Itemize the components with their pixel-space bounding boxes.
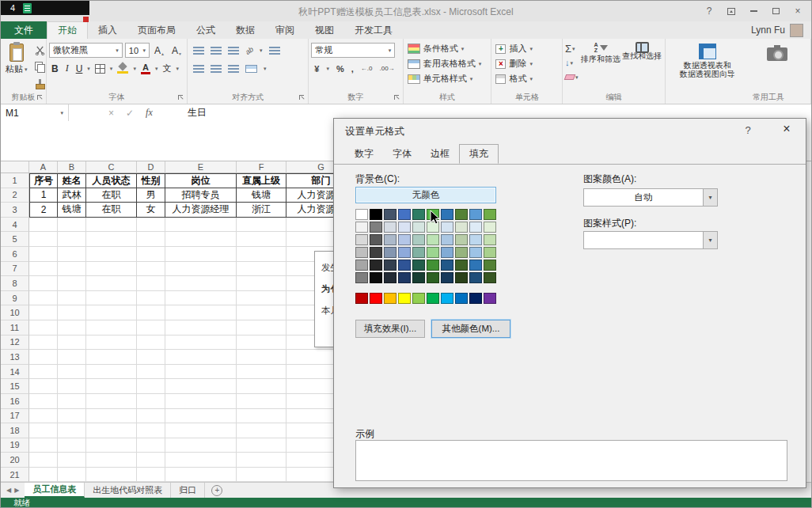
row-header-7[interactable]: 7 [1,262,29,277]
cell-B15[interactable] [58,379,86,394]
ribbon-tab-data[interactable]: 数据 [226,21,265,39]
color-swatch[interactable] [441,260,453,271]
increase-font-icon[interactable]: A [152,45,167,56]
standard-color-swatch[interactable] [455,293,468,304]
color-swatch[interactable] [455,260,468,271]
color-swatch[interactable] [469,272,482,283]
color-swatch[interactable] [469,234,482,245]
color-swatch[interactable] [469,209,482,220]
cell-E17[interactable] [165,409,237,424]
pattern-color-dropdown[interactable]: 自动 ▾ [583,188,718,207]
borders-button[interactable] [93,64,108,74]
cell-B9[interactable] [58,291,86,306]
cell-A18[interactable] [29,423,58,438]
color-swatch[interactable] [484,234,496,245]
cell-D13[interactable] [137,350,165,365]
cell-F5[interactable] [237,232,286,247]
cell-D19[interactable] [137,438,165,453]
column-header-B[interactable]: B [58,161,86,173]
camera-button[interactable] [749,43,805,62]
underline-button[interactable]: U [74,63,85,74]
cell-E16[interactable] [165,394,237,409]
color-swatch[interactable] [384,260,397,271]
cell-D21[interactable] [137,468,165,483]
cell-A5[interactable] [29,232,58,247]
cell-B21[interactable] [58,468,86,483]
color-swatch[interactable] [469,260,482,271]
cell-B13[interactable] [58,350,86,365]
row-header-9[interactable]: 9 [1,291,29,306]
cell-E5[interactable] [165,232,237,247]
color-swatch[interactable] [412,260,425,271]
ribbon-tab-view[interactable]: 视图 [305,21,344,39]
cell-A11[interactable] [29,320,58,336]
column-header-F[interactable]: F [237,161,286,173]
color-swatch[interactable] [398,272,411,283]
color-swatch[interactable] [441,234,453,245]
help-icon[interactable]: ? [699,4,719,18]
restore-icon[interactable] [765,4,786,18]
decrease-decimal-icon[interactable]: .00→ [380,65,395,72]
ribbon-tab-developer[interactable]: 开发工具 [344,21,403,39]
cell-E15[interactable] [165,379,237,394]
standard-color-swatch[interactable] [412,293,425,304]
cell-B3[interactable]: 钱塘 [58,203,86,218]
format-as-table-button[interactable]: 套用表格格式▾ [406,56,489,71]
color-swatch[interactable] [455,272,468,283]
color-swatch[interactable] [412,272,425,283]
color-swatch[interactable] [412,234,425,245]
color-swatch[interactable] [398,247,411,258]
cell-B7[interactable] [58,262,86,277]
cell-C10[interactable] [86,305,137,320]
row-header-14[interactable]: 14 [1,365,29,380]
row-header-11[interactable]: 11 [1,320,29,336]
color-swatch[interactable] [469,247,482,258]
cell-styles-button[interactable]: 单元格样式▾ [406,71,489,86]
cell-D11[interactable] [137,320,165,336]
cell-D18[interactable] [137,423,165,438]
cell-F18[interactable] [237,423,286,438]
cancel-entry-icon[interactable]: × [108,108,114,119]
cell-D16[interactable] [137,394,165,409]
pattern-style-dropdown[interactable]: ▾ [583,231,718,249]
align-right-icon[interactable] [228,65,239,73]
cell-F19[interactable] [237,438,286,453]
cell-B19[interactable] [58,438,86,453]
percent-icon[interactable]: % [336,64,344,74]
row-header-21[interactable]: 21 [1,468,29,483]
cell-B12[interactable] [58,336,86,351]
color-swatch[interactable] [455,209,468,220]
row-header-13[interactable]: 13 [1,350,29,365]
color-swatch[interactable] [398,209,411,220]
cell-A16[interactable] [29,394,58,409]
align-middle-icon[interactable] [211,47,222,55]
color-swatch[interactable] [484,247,496,258]
color-swatch[interactable] [384,234,397,245]
font-color-button[interactable]: A [138,63,153,74]
ribbon-options-icon[interactable] [721,4,742,18]
color-swatch[interactable] [441,247,453,258]
increase-decimal-icon[interactable]: ←.0 [361,65,373,72]
autosum-button[interactable]: Σ▾ [565,43,580,55]
ribbon-tab-formulas[interactable]: 公式 [186,21,226,39]
orientation-icon[interactable]: ab [244,45,255,56]
cell-D17[interactable] [137,409,165,424]
paste-button[interactable]: 粘贴▾ [3,41,30,90]
sheet-tab-birthplace-codes[interactable]: 出生地代码对照表 [85,483,171,498]
row-header-6[interactable]: 6 [1,247,29,262]
pattern-style-dropdown-icon[interactable]: ▾ [703,232,717,248]
cell-B5[interactable] [58,232,86,247]
row-header-16[interactable]: 16 [1,394,29,409]
standard-color-swatch[interactable] [469,293,482,304]
cell-F8[interactable] [237,276,286,291]
color-swatch[interactable] [484,222,496,233]
clipboard-dialog-launcher[interactable] [36,94,44,102]
cell-C19[interactable] [86,438,137,453]
cell-A19[interactable] [29,438,58,453]
cell-D7[interactable] [137,262,165,277]
row-header-10[interactable]: 10 [1,305,29,320]
color-swatch[interactable] [469,222,482,233]
color-swatch[interactable] [398,234,411,245]
sheet-tab-employee-info[interactable]: 员工信息表 [25,483,85,498]
alignment-dialog-launcher[interactable] [298,94,306,102]
